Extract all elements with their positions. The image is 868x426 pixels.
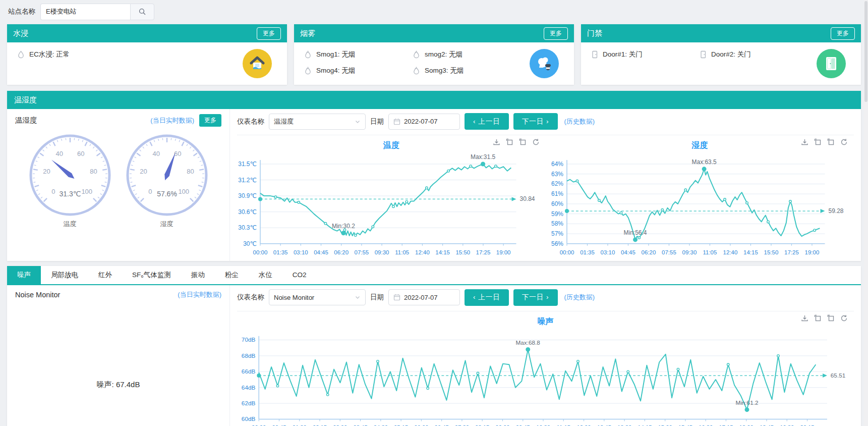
svg-text:65.51: 65.51 — [831, 372, 845, 379]
save-image-icon[interactable] — [801, 138, 808, 146]
smoke-status-text: smog2: 无烟 — [425, 50, 462, 59]
meter-select[interactable]: 温湿度 — [269, 114, 366, 130]
temphum-panel-title: 温湿度 — [7, 91, 861, 109]
svg-text:64dB: 64dB — [242, 384, 256, 390]
next-day-button[interactable]: 下一日 › — [513, 113, 558, 130]
chevron-down-icon — [355, 294, 361, 300]
noise-status-pane: Noise Monitor (当日实时数据) 噪声: 67.4dB — [7, 285, 230, 426]
prev-day-button[interactable]: ‹ 上一日 — [465, 289, 509, 306]
svg-text:20: 20 — [140, 168, 147, 175]
tab-noise[interactable]: 噪声 — [7, 266, 41, 284]
svg-text:31.5℃: 31.5℃ — [238, 161, 257, 168]
search-button[interactable] — [130, 4, 154, 20]
svg-text:17:25: 17:25 — [784, 249, 799, 255]
water-immersion-card: 水浸 更多 EC水浸: 正常 — [7, 24, 287, 85]
meter-name-label: 仪表名称 — [237, 293, 264, 302]
smoke-status-item: Somg3: 无烟 — [413, 65, 521, 77]
chevron-down-icon — [355, 119, 361, 125]
door-status-text: Door#2: 关门 — [711, 50, 751, 59]
humidity-chart[interactable]: 湿度 56%57%58%59%60%61%62%63%64%00:0001:35… — [546, 135, 854, 259]
tab-infrared[interactable]: 红外 — [88, 266, 122, 284]
noise-reading: 噪声: 67.4dB — [15, 380, 221, 390]
svg-text:100: 100 — [81, 188, 92, 195]
water-status-item: EC水浸: 正常 — [17, 48, 237, 61]
svg-text:57.6%: 57.6% — [157, 190, 177, 198]
svg-text:62dB: 62dB — [242, 400, 256, 406]
smoke-icon — [413, 67, 420, 75]
next-day-button[interactable]: 下一日 › — [513, 289, 558, 306]
temphum-gauge-pane: 温湿度 (当日实时数据) 更多 02040608010031.3℃ 温度 020… — [7, 109, 230, 261]
refresh-icon[interactable] — [840, 314, 848, 322]
restore-icon[interactable] — [827, 314, 835, 322]
realtime-data-link[interactable]: (当日实时数据) — [178, 290, 221, 299]
tab-water-level[interactable]: 水位 — [249, 266, 282, 284]
smoke-icon — [304, 50, 312, 59]
tab-sf6-gas[interactable]: SF₆气体监测 — [122, 266, 181, 284]
water-more-button[interactable]: 更多 — [257, 27, 281, 40]
svg-text:Min:30.2: Min:30.2 — [332, 223, 355, 230]
smoke-status-item: Smog4: 无烟 — [304, 65, 413, 77]
site-name-label: 站点名称 — [8, 7, 35, 16]
svg-text:58%: 58% — [551, 220, 563, 227]
smoke-icon — [304, 67, 312, 75]
svg-text:56%: 56% — [551, 240, 563, 247]
smoke-card-header: 烟雾 更多 — [294, 24, 574, 42]
door-icon — [591, 50, 598, 59]
scrollbar-thumb[interactable] — [864, 1, 867, 102]
smoke-more-button[interactable]: 更多 — [544, 27, 568, 40]
date-picker[interactable]: 2022-07-07 — [388, 289, 460, 305]
meter-select[interactable]: Noise Monitor — [269, 289, 366, 305]
humidity-gauge: 02040608010057.6% 湿度 — [120, 129, 214, 229]
svg-text:04:45: 04:45 — [621, 249, 635, 255]
chart-title: 噪声 — [237, 316, 854, 327]
door-card-header: 门禁 更多 — [581, 24, 861, 42]
history-data-link[interactable]: (历史数据) — [564, 293, 595, 302]
calendar-icon — [393, 118, 400, 125]
svg-text:Max:31.5: Max:31.5 — [471, 153, 496, 161]
refresh-icon[interactable] — [532, 138, 540, 146]
prev-day-button[interactable]: ‹ 上一日 — [465, 113, 509, 130]
noise-chart[interactable]: 噪声 60dB62dB64dB66dB68dB70dB00:0000:4501:… — [237, 311, 854, 426]
date-value: 2022-07-07 — [404, 294, 438, 301]
tab-co2[interactable]: CO2 — [282, 266, 317, 284]
svg-text:06:20: 06:20 — [334, 249, 349, 255]
svg-text:30.84: 30.84 — [520, 195, 535, 202]
save-image-icon[interactable] — [493, 138, 500, 146]
svg-text:100: 100 — [178, 188, 189, 195]
page-scrollbar[interactable] — [864, 0, 868, 426]
tab-vibration[interactable]: 振动 — [181, 266, 215, 284]
svg-text:11:05: 11:05 — [395, 249, 409, 255]
smoke-card: 烟雾 更多 Smog1: 无烟 smog2: 无烟 Smog4: 无烟 — [294, 24, 574, 85]
svg-text:80: 80 — [187, 168, 194, 175]
data-zoom-icon[interactable] — [814, 314, 822, 322]
svg-text:09:30: 09:30 — [375, 249, 389, 255]
svg-text:60dB: 60dB — [242, 415, 256, 422]
temperature-chart[interactable]: 温度 30℃30.3℃30.6℃30.9℃31.2℃31.5℃00:0001:3… — [237, 135, 546, 259]
date-picker[interactable]: 2022-07-07 — [388, 114, 460, 130]
svg-text:60: 60 — [174, 150, 181, 157]
history-data-link[interactable]: (历史数据) — [564, 117, 595, 126]
data-zoom-icon[interactable] — [506, 138, 513, 146]
smoke-card-title: 烟雾 — [300, 29, 315, 38]
svg-text:61%: 61% — [551, 190, 563, 197]
noise-pane-title: Noise Monitor — [15, 291, 172, 299]
chart-toolbox — [493, 138, 540, 146]
search-icon — [138, 8, 146, 16]
water-status-text: EC水浸: 正常 — [29, 50, 70, 59]
tab-partial-discharge[interactable]: 局部放电 — [41, 266, 88, 284]
door-more-button[interactable]: 更多 — [831, 27, 855, 40]
realtime-data-link[interactable]: (当日实时数据) — [150, 116, 194, 125]
tab-dust[interactable]: 粉尘 — [215, 266, 249, 284]
smoke-status-text: Smog1: 无烟 — [316, 50, 355, 59]
gauge-more-button[interactable]: 更多 — [199, 114, 221, 127]
save-image-icon[interactable] — [801, 314, 808, 322]
svg-text:00:00: 00:00 — [559, 249, 574, 255]
svg-text:01:35: 01:35 — [273, 249, 288, 255]
sensor-tabs-panel: 噪声 局部放电 红外 SF₆气体监测 振动 粉尘 水位 CO2 Noise Mo… — [7, 266, 861, 426]
site-search-input[interactable] — [40, 4, 130, 20]
refresh-icon[interactable] — [840, 138, 848, 146]
restore-icon[interactable] — [519, 138, 527, 146]
restore-icon[interactable] — [827, 138, 835, 146]
svg-text:30.3℃: 30.3℃ — [238, 224, 257, 231]
data-zoom-icon[interactable] — [814, 138, 822, 146]
